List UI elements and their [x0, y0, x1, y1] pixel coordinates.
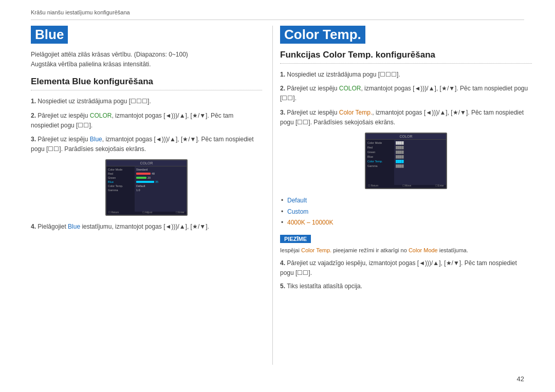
bullet-custom: Custom	[280, 207, 532, 218]
screen-btn-enter: ☐ Enter	[176, 211, 184, 214]
colortemp-monitor-screen: COLOR Color Mode Red Green Blue Color Te…	[365, 133, 447, 189]
screen-body-left: Color Mode Red Green Blue Color Temp. Ga…	[106, 166, 187, 212]
left-column: Blue Pielāgojiet attēla zilās krāsas vēr…	[31, 26, 262, 371]
r-screen-btn-move: ☐ Move	[402, 184, 412, 187]
screen-header-right: COLOR	[366, 134, 446, 140]
screen-header-left: COLOR	[106, 160, 187, 166]
ct-step-num-2: 2.	[280, 85, 285, 92]
colortemp-bullet-list: Default Custom 4000K – 10000K	[280, 195, 532, 229]
blue-step-1: 1. Nospiediet uz izstrādājuma pogu [☐☐☐]…	[31, 97, 262, 106]
r-label-colormode: Color Mode	[367, 141, 393, 144]
label-colormode: Color Mode	[108, 168, 133, 171]
screen-btn-adjust: ☐ Adjust	[142, 211, 152, 214]
rscreen-right: ████ ████ ████ ████ ████ ████	[394, 140, 446, 185]
screen-left-panel: Color Mode Red Green Blue Color Temp. Ga…	[106, 166, 135, 212]
step-num-1: 1.	[31, 98, 36, 105]
vertical-divider	[272, 26, 273, 365]
blue-step-3: 3. Pārejiet uz iespēju Blue, izmantojot …	[31, 135, 262, 154]
bullet-temp: 4000K – 10000K	[280, 217, 532, 229]
blue-subsection-title: Elementa Blue konfigurēšana	[31, 77, 262, 90]
bullet-default-text: Default	[287, 197, 307, 204]
val-gamma: 1.0	[136, 189, 185, 192]
colortemp-steps: 1. Nospiediet uz izstrādājuma pogu [☐☐☐]…	[280, 70, 532, 127]
ct-step-num-5: 5.	[280, 283, 285, 290]
note-colormode-ref: Color Mode	[409, 247, 438, 253]
colortemp-subsection-title: Funkcijas Color Temp. konfigurēšana	[280, 50, 532, 64]
blue-desc-line2: Augstāka vērtība palielina krāsas intens…	[31, 61, 151, 68]
bar-green	[136, 177, 146, 179]
top-divider	[31, 20, 524, 20]
screen-body-right: Color Mode Red Green Blue Color Temp. Ga…	[366, 140, 446, 185]
r-label-green: Green	[367, 151, 393, 154]
ct-step-2: 2. Pārejiet uz iespēju COLOR, izmantojot…	[280, 84, 532, 103]
label-blue-active: Blue	[108, 180, 133, 183]
r-val-1: ████	[396, 141, 445, 144]
blue-title: Blue	[31, 26, 68, 44]
blue-monitor-screen: COLOR Color Mode Red Green Blue Color Te…	[105, 159, 188, 216]
color-ref-1: COLOR	[90, 112, 112, 119]
note-colortemp-ref: Color Temp.	[301, 247, 331, 253]
val-green: 20	[147, 176, 151, 179]
ct-step-4: 4. Pārejiet uz vajadzīgo iespēju, izmant…	[280, 258, 532, 278]
rscreen-left: Color Mode Red Green Blue Color Temp. Ga…	[366, 140, 394, 185]
screen-bottom-left: ☐ Return ☐ Adjust ☐ Enter	[106, 211, 187, 214]
colortemp-ref: Color Temp.	[339, 109, 372, 116]
bullet-default: Default	[280, 195, 532, 207]
val-default: Default	[136, 184, 185, 188]
r-val-3: ████	[396, 151, 445, 154]
right-column: Color Temp. Funkcijas Color Temp. konfig…	[280, 26, 532, 371]
ct-step-5: 5. Tiks iestatīta atlasītā opcija.	[280, 282, 532, 291]
color-ref-blue: Blue	[90, 136, 102, 143]
blue-ref: Blue	[68, 223, 80, 230]
ct-step-1: 1. Nospiediet uz izstrādājuma pogu [☐☐☐]…	[280, 70, 532, 80]
r-label-blue: Blue	[367, 155, 393, 158]
blue-description: Pielāgojiet attēla zilās krāsas vērtību.…	[31, 50, 262, 69]
blue-monitor-container: COLOR Color Mode Red Green Blue Color Te…	[31, 159, 262, 216]
bar-row-red: 48	[136, 172, 185, 175]
val-blue: 35	[155, 180, 158, 183]
screen-btn-return: ☐ Return	[108, 211, 119, 214]
val-standard: Standard	[136, 168, 185, 171]
screen-right-panel: Standard 48 20 35 Default 1.0	[135, 166, 187, 212]
note-text: Iespējai Color Temp. pieejamie režīmi ir…	[280, 246, 532, 255]
blue-desc-line1: Pielāgojiet attēla zilās krāsas vērtību.…	[31, 51, 188, 58]
blue-step-4: 4. Pielāgojiet Blue iestatījumu, izmanto…	[31, 222, 262, 232]
colortemp-monitor-container: COLOR Color Mode Red Green Blue Color Te…	[280, 133, 532, 189]
r-val-colortemp: ████	[396, 160, 445, 163]
r-val-gamma: ████	[396, 164, 445, 167]
bar-blue	[136, 181, 154, 183]
bar-row-blue: 35	[136, 180, 185, 183]
color-ref-2: COLOR	[339, 85, 361, 92]
ct-step-num-1: 1.	[280, 71, 285, 78]
label-red: Red	[108, 172, 133, 175]
r-label-red: Red	[367, 146, 393, 149]
colortemp-title: Color Temp.	[280, 26, 365, 44]
bar-row-green: 20	[136, 176, 185, 179]
r-screen-btn-enter: ☐ Enter	[435, 184, 444, 187]
ct-step-num-3: 3.	[280, 109, 285, 116]
r-val-2: ████	[396, 146, 445, 149]
ct-step-3: 3. Pārejiet uz iespēju Color Temp., izma…	[280, 108, 532, 127]
blue-steps: 1. Nospiediet uz izstrādājuma pogu [☐☐☐]…	[31, 97, 262, 154]
bar-red	[136, 173, 151, 175]
ct-step-num-4: 4.	[280, 259, 285, 267]
page-number: 42	[517, 375, 524, 383]
bullet-custom-text: Custom	[287, 208, 308, 215]
label-gamma: Gamma	[108, 189, 133, 192]
note-section: PIEZĪME Iespējai Color Temp. pieejamie r…	[280, 233, 532, 255]
label-colortemp: Color Temp.	[108, 184, 133, 188]
blue-step-2: 2. Pārejiet uz iespēju COLOR, izmantojot…	[31, 111, 262, 130]
step-num-4: 4.	[31, 223, 36, 230]
r-label-gamma: Gamma	[367, 164, 393, 167]
r-val-4: ████	[396, 155, 445, 158]
r-screen-btn-return: ☐ Return	[368, 184, 378, 187]
bullet-temp-text: 4000K – 10000K	[287, 219, 333, 226]
val-red: 48	[152, 172, 155, 175]
label-green: Green	[108, 176, 133, 179]
screen-bottom-right: ☐ Return ☐ Move ☐ Enter	[366, 184, 446, 187]
note-label: PIEZĪME	[280, 235, 311, 243]
step-num-2: 2.	[31, 112, 36, 119]
step-num-3: 3.	[31, 136, 36, 143]
r-label-colortemp: Color Temp.	[367, 160, 393, 163]
breadcrumb: Krāšu nianšu iestatījumu konfigurēšana	[31, 9, 130, 15]
